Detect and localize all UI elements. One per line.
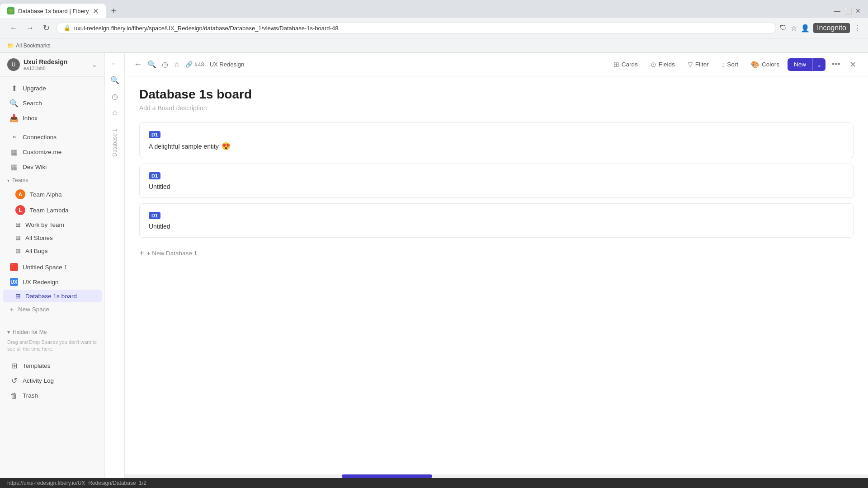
templates-icon: ⊞ bbox=[10, 362, 18, 370]
sidebar-section-teams[interactable]: ▾ Teams bbox=[0, 174, 104, 186]
cards-label: Cards bbox=[622, 61, 638, 68]
board-description[interactable]: Add a Board description bbox=[139, 104, 854, 112]
breadcrumb-space[interactable]: UX Redesign bbox=[210, 61, 245, 68]
sidebar-item-untitled-space[interactable]: 🟥 Untitled Space 1 bbox=[3, 260, 102, 274]
topbar-back-button[interactable]: ← bbox=[134, 60, 142, 69]
link-num: #48 bbox=[194, 61, 204, 68]
topbar: ← 🔍 ◷ ☆ 🔗 #48 UX Redesign ⊞ Cards bbox=[125, 53, 868, 76]
filter-label: Filter bbox=[695, 61, 709, 68]
card-1-emoji: 😍 bbox=[222, 142, 231, 150]
new-tab-button[interactable]: + bbox=[106, 6, 122, 16]
sidebar-item-allstories[interactable]: ⊞ All Stories bbox=[3, 231, 102, 244]
sidebar-item-trash[interactable]: 🗑 Trash bbox=[3, 389, 102, 403]
inbox-label: Inbox bbox=[23, 115, 38, 122]
colors-button[interactable]: 🎨 Colors bbox=[746, 58, 784, 71]
active-tab[interactable]: 🟢 Database 1s board | Fibery ✕ bbox=[0, 4, 106, 18]
sidebar-item-new-space[interactable]: + New Space bbox=[3, 303, 102, 316]
allbugs-icon: ⊞ bbox=[15, 247, 21, 254]
connections-icon: ⚬ bbox=[10, 133, 18, 141]
sidebar-item-templates[interactable]: ⊞ Templates bbox=[3, 359, 102, 373]
allbugs-label: All Bugs bbox=[25, 248, 48, 254]
maximize-icon[interactable]: ⬜ bbox=[844, 7, 852, 14]
add-new-database-button[interactable]: + + New Database 1 bbox=[139, 243, 854, 263]
address-text: uxui-redesign.fibery.io/fibery/space/UX_… bbox=[74, 25, 338, 32]
sidebar-item-upgrade[interactable]: ⬆ Upgrade bbox=[3, 81, 102, 95]
menu-icon[interactable]: ⋮ bbox=[854, 24, 861, 33]
tab-favicon: 🟢 bbox=[7, 7, 14, 14]
topbar-link-num[interactable]: 🔗 #48 bbox=[185, 61, 204, 68]
close-window-icon[interactable]: ✕ bbox=[855, 7, 861, 14]
hidden-label[interactable]: ▾ Hidden for Me bbox=[7, 327, 97, 337]
star-nav-btn[interactable]: ☆ bbox=[108, 105, 122, 120]
add-new-label: + New Database 1 bbox=[147, 250, 197, 257]
back-nav-btn[interactable]: ← bbox=[108, 56, 122, 71]
workspace-chevron-icon[interactable]: ⌄ bbox=[92, 61, 97, 68]
minimize-icon[interactable]: — bbox=[834, 7, 840, 14]
board-card-1[interactable]: D1 A delightful sample entity 😍 bbox=[139, 122, 854, 158]
cards-button[interactable]: ⊞ Cards bbox=[609, 58, 642, 71]
sidebar-item-database1s[interactable]: ⊞ Database 1s board bbox=[3, 290, 102, 302]
topbar-star-icon[interactable]: ☆ bbox=[174, 60, 180, 69]
sidebar-item-devwiki[interactable]: ▦ Dev Wiki bbox=[3, 160, 102, 174]
sidebar-item-connections[interactable]: ⚬ Connections bbox=[3, 130, 102, 144]
forward-button[interactable]: → bbox=[24, 22, 36, 34]
sidebar-item-ux-redesign[interactable]: UX UX Redesign bbox=[3, 275, 102, 289]
reload-button[interactable]: ↻ bbox=[40, 22, 52, 34]
topbar-search-icon[interactable]: 🔍 bbox=[147, 60, 156, 69]
address-bar[interactable]: 🔒 uxui-redesign.fibery.io/fibery/space/U… bbox=[56, 23, 776, 34]
sidebar-item-workbyteam[interactable]: ⊞ Work by Team bbox=[3, 218, 102, 231]
bookmarks-bar: 📁 All Bookmarks bbox=[0, 38, 868, 52]
workspace-avatar: U bbox=[7, 58, 20, 71]
sidebar-item-allbugs[interactable]: ⊞ All Bugs bbox=[3, 244, 102, 257]
sidebar-item-customize[interactable]: ▦ Customize.me bbox=[3, 145, 102, 159]
bookmarks-label[interactable]: All Bookmarks bbox=[16, 42, 51, 49]
history-nav-btn[interactable]: ◷ bbox=[108, 89, 122, 103]
back-button[interactable]: ← bbox=[7, 22, 20, 34]
sidebar-header: U Uxui Redesign ea131bb8 ⌄ bbox=[0, 53, 104, 77]
board-card-3[interactable]: D1 Untitled bbox=[139, 203, 854, 238]
card-3-title: Untitled bbox=[149, 223, 844, 230]
star-icon[interactable]: ☆ bbox=[791, 24, 797, 33]
new-button[interactable]: New ⌄ bbox=[788, 58, 826, 71]
card-2-title: Untitled bbox=[149, 183, 844, 190]
new-btn-chevron-icon[interactable]: ⌄ bbox=[812, 58, 826, 71]
workspace-name: Uxui Redesign bbox=[24, 58, 67, 66]
teams-label: Teams bbox=[12, 177, 28, 183]
sidebar-item-team-alpha[interactable]: A Team Alpha bbox=[3, 187, 102, 202]
customize-label: Customize.me bbox=[23, 149, 61, 155]
sidebar-item-team-lambda[interactable]: L Team Lambda bbox=[3, 202, 102, 218]
activity-icon: ↺ bbox=[10, 377, 18, 385]
templates-label: Templates bbox=[23, 362, 51, 369]
new-btn-label: New bbox=[788, 58, 812, 70]
filter-button[interactable]: ▽ Filter bbox=[683, 58, 713, 71]
board-card-2[interactable]: D1 Untitled bbox=[139, 164, 854, 198]
hidden-desc: Drag and Drop Spaces you don't want to s… bbox=[7, 337, 97, 355]
trash-icon: 🗑 bbox=[10, 392, 18, 400]
sidebar-item-search[interactable]: 🔍 Search bbox=[3, 96, 102, 110]
topbar-right: ⊞ Cards ⊙ Fields ▽ Filter ↕ bbox=[609, 58, 859, 71]
tab-close-icon[interactable]: ✕ bbox=[93, 7, 99, 15]
topbar-more-icon[interactable]: ••• bbox=[829, 58, 843, 71]
sort-button[interactable]: ↕ Sort bbox=[717, 58, 743, 70]
fields-button[interactable]: ⊙ Fields bbox=[646, 58, 679, 71]
app: U Uxui Redesign ea131bb8 ⌄ ⬆ Upgrade 🔍 S… bbox=[0, 53, 868, 478]
content-area: ← 🔍 ◷ ☆ 🔗 #48 UX Redesign ⊞ Cards bbox=[125, 53, 868, 478]
link-icon: 🔗 bbox=[185, 61, 193, 68]
card-1-badge: D1 bbox=[149, 131, 160, 138]
horizontal-scrollbar[interactable] bbox=[125, 474, 868, 478]
incognito-badge: Incognito bbox=[813, 23, 850, 33]
search-nav-btn[interactable]: 🔍 bbox=[108, 73, 122, 87]
topbar-close-icon[interactable]: ✕ bbox=[847, 58, 859, 71]
profile-icon[interactable]: 👤 bbox=[801, 24, 810, 33]
extensions-icon[interactable]: 🛡 bbox=[780, 24, 787, 32]
sidebar-item-inbox[interactable]: 📥 Inbox bbox=[3, 111, 102, 125]
bookmarks-icon: 📁 bbox=[7, 42, 14, 49]
teams-chevron-icon: ▾ bbox=[7, 178, 9, 183]
untitled-space-icon: 🟥 bbox=[10, 263, 18, 271]
database1s-icon: ⊞ bbox=[15, 292, 21, 300]
topbar-history-icon[interactable]: ◷ bbox=[162, 60, 168, 69]
scroll-thumb[interactable] bbox=[342, 474, 432, 478]
workspace-info[interactable]: U Uxui Redesign ea131bb8 bbox=[7, 58, 67, 71]
sidebar-item-activity[interactable]: ↺ Activity Log bbox=[3, 374, 102, 388]
allstories-icon: ⊞ bbox=[15, 234, 21, 241]
